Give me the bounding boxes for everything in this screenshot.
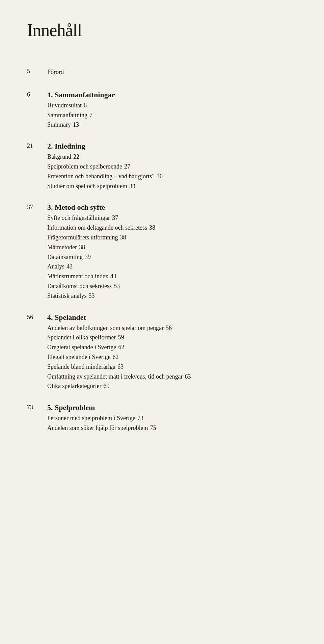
section-number: 37 xyxy=(27,203,47,301)
section-content: 1. Sammanfattningar Huvudresultat6 Samma… xyxy=(47,91,297,130)
toc-entry: Huvudresultat6 xyxy=(47,101,297,110)
toc-entry: Spelandet i olika spelformer59 xyxy=(47,333,297,342)
toc-entry: Spelande bland minderåriga63 xyxy=(47,362,297,372)
toc-entry: Oreglerat spelande i Sverige62 xyxy=(47,342,297,352)
toc-entry: Dataåtkomst och sekretess53 xyxy=(47,281,297,291)
toc-entry: Personer med spelproblem i Sverige73 xyxy=(47,413,297,423)
toc-entry: Omfattning av spelandet mätt i frekvens,… xyxy=(47,372,297,382)
toc-section-inledning: 21 2. Inledning Bakgrund22 Spelproblem o… xyxy=(27,142,297,191)
toc-entry: Sammanfattning7 xyxy=(47,110,297,120)
section-heading: 4. Spelandet xyxy=(47,313,297,322)
toc-entry: Bakgrund22 xyxy=(47,152,297,162)
toc-entry-summary: Summary13 xyxy=(47,120,297,130)
toc-entry: Andelen som söker hjälp för spelproblem7… xyxy=(47,423,297,433)
section-content: 4. Spelandet Andelen av befolkningen som… xyxy=(47,313,297,391)
toc-section-spelproblem: 73 5. Spelproblem Personer med spelprobl… xyxy=(27,403,297,433)
toc-entry: Syfte och frågeställningar37 xyxy=(47,213,297,223)
section-content: 2. Inledning Bakgrund22 Spelproblem och … xyxy=(47,142,297,191)
section-heading: 2. Inledning xyxy=(47,142,297,151)
toc-entry: Analys43 xyxy=(47,262,297,272)
toc-entry: Mätmetoder38 xyxy=(47,242,297,252)
page-title: Innehåll xyxy=(27,20,297,40)
toc-section-spelandet: 56 4. Spelandet Andelen av befolkningen … xyxy=(27,313,297,391)
section-number: 21 xyxy=(27,142,47,191)
section-content: 3. Metod och syfte Syfte och frågeställn… xyxy=(47,203,297,301)
toc-entry: Studier om spel och spelproblem33 xyxy=(47,181,297,191)
toc-entry: Olika spelarkategorier69 xyxy=(47,381,297,391)
section-number: 73 xyxy=(27,403,47,433)
section-heading: 5. Spelproblem xyxy=(47,403,297,412)
toc-entry: Mätinstrument och index43 xyxy=(47,272,297,281)
toc-entry: Illegalt spelande i Sverige62 xyxy=(47,352,297,362)
section-heading: 1. Sammanfattningar xyxy=(47,91,297,99)
section-number: 6 xyxy=(27,91,47,130)
toc-section-sammanfattningar: 6 1. Sammanfattningar Huvudresultat6 Sam… xyxy=(27,91,297,130)
toc-entry: Datainsamling39 xyxy=(47,252,297,262)
section-content: Förord xyxy=(47,67,297,78)
toc-entry: Statistisk analys53 xyxy=(47,291,297,301)
toc-entry: Prevention och behandling – vad har gjor… xyxy=(47,172,297,181)
toc-section-metod: 37 3. Metod och syfte Syfte och frågestä… xyxy=(27,203,297,301)
section-title: Förord xyxy=(47,67,297,77)
toc-section-forord: 5 Förord xyxy=(27,67,297,78)
toc-entry: Information om deltagande och sekretess3… xyxy=(47,223,297,233)
section-number: 5 xyxy=(27,67,47,78)
table-of-contents: 5 Förord 6 1. Sammanfattningar Huvudresu… xyxy=(27,67,297,433)
toc-entry: Spelproblem och spelberoende27 xyxy=(47,162,297,172)
section-number: 56 xyxy=(27,313,47,391)
section-heading: 3. Metod och syfte xyxy=(47,203,297,212)
toc-entry: Frågeformulärets utformning38 xyxy=(47,233,297,242)
section-content: 5. Spelproblem Personer med spelproblem … xyxy=(47,403,297,433)
toc-entry: Andelen av befolkningen som spelar om pe… xyxy=(47,323,297,333)
